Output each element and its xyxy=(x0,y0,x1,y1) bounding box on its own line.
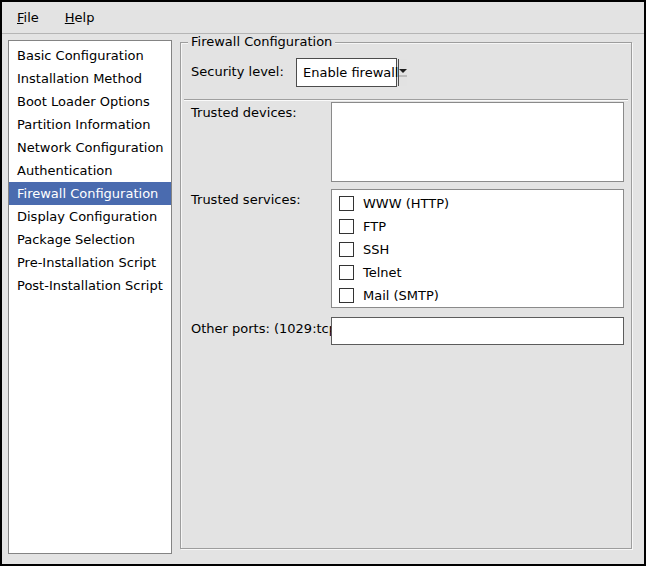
checkbox-ftp[interactable] xyxy=(339,219,354,234)
firewall-configuration-frame: Firewall Configuration Security level: E… xyxy=(180,42,632,549)
service-label: SSH xyxy=(363,242,389,257)
sidebar-item-boot-loader-options[interactable]: Boot Loader Options xyxy=(9,90,171,113)
trusted-services-list[interactable]: WWW (HTTP) FTP SSH Telnet Mail (SMTP) xyxy=(331,189,624,308)
sidebar-item-display-configuration[interactable]: Display Configuration xyxy=(9,205,171,228)
service-row-mail-smtp: Mail (SMTP) xyxy=(332,284,623,307)
menu-file[interactable]: File xyxy=(14,8,42,27)
sidebar-item-installation-method[interactable]: Installation Method xyxy=(9,67,171,90)
checkbox-mail-smtp[interactable] xyxy=(339,288,354,303)
sidebar-item-pre-installation-script[interactable]: Pre-Installation Script xyxy=(9,251,171,274)
other-ports-input[interactable] xyxy=(331,317,624,345)
menu-help[interactable]: Help xyxy=(62,8,98,27)
chevron-shadow-icon xyxy=(399,75,407,77)
kickstart-configurator-window: File Help Basic Configuration Installati… xyxy=(0,0,646,566)
trusted-devices-list[interactable] xyxy=(331,102,624,182)
chevron-down-icon xyxy=(399,69,407,73)
menu-bar: File Help xyxy=(2,2,644,34)
sidebar-item-package-selection[interactable]: Package Selection xyxy=(9,228,171,251)
checkbox-telnet[interactable] xyxy=(339,265,354,280)
sidebar-item-basic-configuration[interactable]: Basic Configuration xyxy=(9,44,171,67)
sidebar-item-network-configuration[interactable]: Network Configuration xyxy=(9,136,171,159)
service-row-ftp: FTP xyxy=(332,215,623,238)
sidebar-item-firewall-configuration[interactable]: Firewall Configuration xyxy=(9,182,171,205)
sidebar-item-authentication[interactable]: Authentication xyxy=(9,159,171,182)
sidebar-item-post-installation-script[interactable]: Post-Installation Script xyxy=(9,274,171,297)
security-level-value: Enable firewall xyxy=(297,59,398,86)
service-row-ssh: SSH xyxy=(332,238,623,261)
trusted-services-label: Trusted services: xyxy=(191,192,301,207)
trusted-devices-label: Trusted devices: xyxy=(191,105,297,120)
service-label: Mail (SMTP) xyxy=(363,288,439,303)
security-level-combobox[interactable]: Enable firewall xyxy=(296,58,397,87)
horizontal-separator xyxy=(184,99,628,101)
service-label: WWW (HTTP) xyxy=(363,196,449,211)
service-row-www-http: WWW (HTTP) xyxy=(332,192,623,215)
service-row-telnet: Telnet xyxy=(332,261,623,284)
checkbox-ssh[interactable] xyxy=(339,242,354,257)
section-list[interactable]: Basic Configuration Installation Method … xyxy=(8,40,172,554)
service-label: FTP xyxy=(363,219,386,234)
security-level-label: Security level: xyxy=(191,64,284,79)
sidebar-item-partition-information[interactable]: Partition Information xyxy=(9,113,171,136)
checkbox-www-http[interactable] xyxy=(339,196,354,211)
service-label: Telnet xyxy=(363,265,402,280)
other-ports-label: Other ports: (1029:tcp) xyxy=(191,321,342,336)
dropdown-button[interactable] xyxy=(398,59,407,86)
frame-title: Firewall Configuration xyxy=(188,34,335,49)
